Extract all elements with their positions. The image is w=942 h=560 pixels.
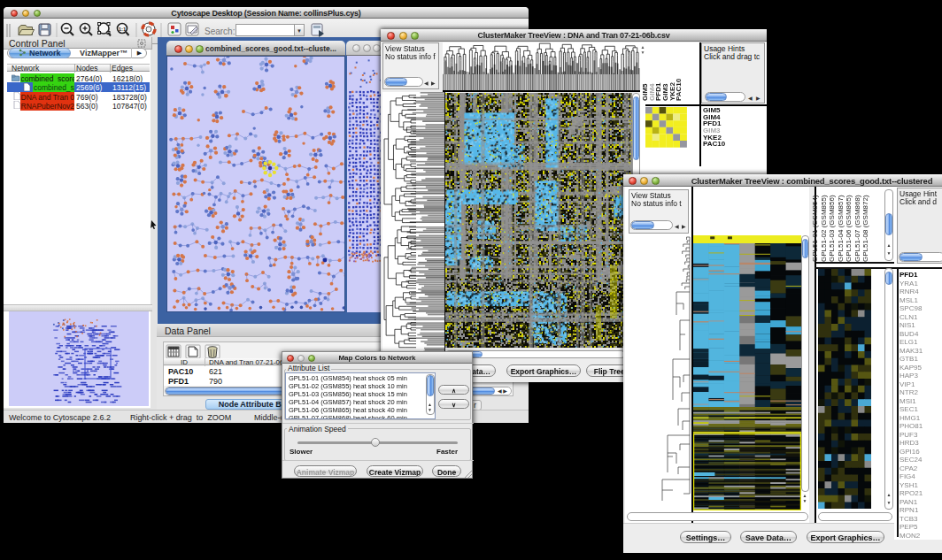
svg-text:1:1: 1:1 xyxy=(119,27,127,32)
